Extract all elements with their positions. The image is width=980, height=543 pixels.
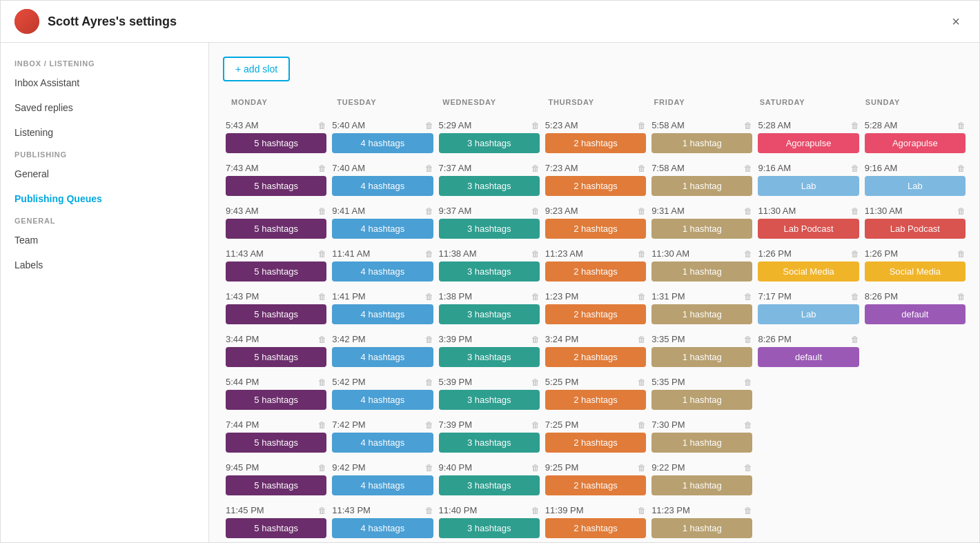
time-row: 8:26 PM🗑: [865, 291, 966, 302]
delete-icon[interactable]: 🗑: [957, 164, 966, 173]
delete-icon[interactable]: 🗑: [957, 292, 966, 302]
time-text: 11:41 AM: [332, 248, 422, 259]
delete-icon[interactable]: 🗑: [425, 463, 433, 473]
delete-icon[interactable]: 🗑: [851, 121, 859, 130]
sidebar-item-inbox-assistant[interactable]: Inbox Assistant: [1, 70, 208, 95]
time-slot-group: 5:43 AM🗑5 hashtags: [226, 120, 326, 153]
time-slot-group: 3:24 PM🗑2 hashtags: [545, 334, 646, 367]
time-text: 11:45 PM: [226, 505, 315, 515]
hashtag-badge: 3 hashtags: [439, 475, 540, 495]
time-slot-group: 11:43 AM🗑5 hashtags: [226, 248, 326, 282]
delete-icon[interactable]: 🗑: [957, 249, 966, 259]
delete-icon[interactable]: 🗑: [744, 463, 752, 473]
time-slot-group: 5:25 PM🗑2 hashtags: [545, 377, 646, 410]
close-button[interactable]: ×: [946, 11, 966, 32]
delete-icon[interactable]: 🗑: [851, 292, 859, 302]
delete-icon[interactable]: 🗑: [531, 121, 540, 130]
time-slot-group: 9:23 AM🗑2 hashtags: [545, 206, 646, 239]
delete-icon[interactable]: 🗑: [531, 249, 540, 259]
delete-icon[interactable]: 🗑: [638, 164, 646, 173]
time-text: 7:44 PM: [226, 419, 315, 430]
time-slot-group: 11:45 PM🗑5 hashtags: [226, 505, 326, 538]
time-row: 5:25 PM🗑: [545, 377, 646, 387]
sidebar-item-listening[interactable]: Listening: [1, 120, 208, 145]
delete-icon[interactable]: 🗑: [638, 377, 646, 387]
delete-icon[interactable]: 🗑: [318, 463, 326, 473]
delete-icon[interactable]: 🗑: [318, 506, 326, 515]
time-text: 11:30 AM: [758, 206, 847, 216]
delete-icon[interactable]: 🗑: [318, 249, 326, 259]
delete-icon[interactable]: 🗑: [638, 506, 646, 515]
delete-icon[interactable]: 🗑: [957, 121, 966, 130]
delete-icon[interactable]: 🗑: [638, 420, 646, 430]
delete-icon[interactable]: 🗑: [425, 506, 433, 515]
hashtag-badge: default: [758, 347, 859, 367]
delete-icon[interactable]: 🗑: [744, 249, 752, 259]
delete-icon[interactable]: 🗑: [425, 206, 433, 216]
sidebar-item-saved-replies[interactable]: Saved replies: [1, 95, 208, 120]
delete-icon[interactable]: 🗑: [744, 121, 752, 130]
time-slot-group: 1:41 PM🗑4 hashtags: [332, 291, 433, 324]
delete-icon[interactable]: 🗑: [744, 506, 752, 515]
delete-icon[interactable]: 🗑: [425, 292, 433, 302]
time-slot-group: 5:40 AM🗑4 hashtags: [332, 120, 433, 153]
time-row: 7:43 AM🗑: [226, 163, 326, 173]
delete-icon[interactable]: 🗑: [531, 206, 540, 216]
hashtag-badge: 3 hashtags: [439, 176, 540, 196]
delete-icon[interactable]: 🗑: [638, 335, 646, 344]
delete-icon[interactable]: 🗑: [638, 121, 646, 130]
delete-icon[interactable]: 🗑: [744, 335, 752, 344]
delete-icon[interactable]: 🗑: [318, 420, 326, 430]
sidebar-item-publishing-queues[interactable]: Publishing Queues: [1, 186, 208, 211]
delete-icon[interactable]: 🗑: [425, 377, 433, 387]
delete-icon[interactable]: 🗑: [744, 206, 752, 216]
delete-icon[interactable]: 🗑: [425, 121, 433, 130]
delete-icon[interactable]: 🗑: [744, 292, 752, 302]
delete-icon[interactable]: 🗑: [531, 292, 540, 302]
delete-icon[interactable]: 🗑: [957, 206, 966, 216]
delete-icon[interactable]: 🗑: [744, 377, 752, 387]
hashtag-badge: 1 hashtag: [651, 475, 752, 495]
time-slot-group: 11:30 AM🗑Lab Podcast: [865, 206, 966, 239]
delete-icon[interactable]: 🗑: [318, 292, 326, 302]
time-slot-group: 8:26 PM🗑default: [865, 291, 966, 324]
delete-icon[interactable]: 🗑: [425, 420, 433, 430]
delete-icon[interactable]: 🗑: [851, 164, 859, 173]
delete-icon[interactable]: 🗑: [318, 206, 326, 216]
delete-icon[interactable]: 🗑: [851, 335, 859, 344]
delete-icon[interactable]: 🗑: [531, 164, 540, 173]
delete-icon[interactable]: 🗑: [531, 463, 540, 473]
delete-icon[interactable]: 🗑: [638, 292, 646, 302]
delete-icon[interactable]: 🗑: [425, 249, 433, 259]
time-slot-group: 7:42 PM🗑4 hashtags: [332, 419, 433, 453]
hashtag-badge: 4 hashtags: [332, 261, 433, 282]
delete-icon[interactable]: 🗑: [318, 335, 326, 344]
delete-icon[interactable]: 🗑: [744, 164, 752, 173]
sidebar-item-general[interactable]: General: [1, 161, 208, 186]
delete-icon[interactable]: 🗑: [318, 164, 326, 173]
delete-icon[interactable]: 🗑: [531, 335, 540, 344]
delete-icon[interactable]: 🗑: [638, 249, 646, 259]
delete-icon[interactable]: 🗑: [425, 164, 433, 173]
delete-icon[interactable]: 🗑: [638, 206, 646, 216]
schedule-grid: 5:43 AM🗑5 hashtags7:43 AM🗑5 hashtags9:43…: [223, 120, 968, 542]
delete-icon[interactable]: 🗑: [531, 377, 540, 387]
delete-icon[interactable]: 🗑: [851, 206, 859, 216]
add-slot-button[interactable]: + add slot: [223, 57, 290, 81]
delete-icon[interactable]: 🗑: [851, 249, 859, 259]
hashtag-badge: 2 hashtags: [545, 390, 646, 410]
delete-icon[interactable]: 🗑: [318, 121, 326, 130]
time-row: 7:39 PM🗑: [439, 419, 540, 430]
sidebar-item-labels[interactable]: Labels: [1, 253, 208, 277]
delete-icon[interactable]: 🗑: [531, 506, 540, 515]
day-header-tuesday: TUESDAY: [331, 95, 437, 115]
delete-icon[interactable]: 🗑: [531, 420, 540, 430]
time-row: 3:35 PM🗑: [651, 334, 752, 344]
sidebar-item-team[interactable]: Team: [1, 228, 208, 253]
time-row: 7:58 AM🗑: [651, 163, 752, 173]
delete-icon[interactable]: 🗑: [744, 420, 752, 430]
delete-icon[interactable]: 🗑: [425, 335, 433, 344]
hashtag-badge: 1 hashtag: [651, 176, 752, 196]
delete-icon[interactable]: 🗑: [318, 377, 326, 387]
delete-icon[interactable]: 🗑: [638, 463, 646, 473]
